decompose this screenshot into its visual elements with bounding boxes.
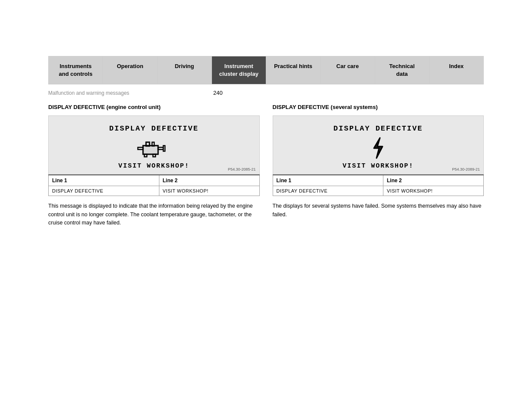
left-data-table: Line 1 Line 2 DISPLAY DEFECTIVE VISIT WO… [48,174,260,196]
left-description: This message is displayed to indicate th… [48,202,260,227]
left-display-line2: VISIT WORKSHOP! [55,162,253,170]
svg-rect-3 [163,146,165,151]
left-table-header-line1: Line 1 [49,175,159,186]
svg-rect-5 [144,154,147,157]
nav-instrument-cluster-display[interactable]: Instrument cluster display [212,56,266,84]
left-table-cell-line1: DISPLAY DEFECTIVE [49,186,159,196]
svg-rect-4 [138,147,143,149]
left-section-title: DISPLAY DEFECTIVE (engine control unit) [48,104,260,110]
right-section-title: DISPLAY DEFECTIVE (several systems) [273,104,484,110]
svg-rect-8 [143,146,158,154]
right-display-line2: VISIT WORKSHOP! [280,162,477,170]
right-table-row: DISPLAY DEFECTIVE VISIT WORKSHOP! [273,186,484,196]
right-table-cell-line1: DISPLAY DEFECTIVE [273,186,383,196]
left-section: DISPLAY DEFECTIVE (engine control unit) … [48,104,260,227]
right-display-line1: DISPLAY DEFECTIVE [280,125,477,133]
svg-rect-6 [153,154,156,157]
right-table-header-line1: Line 1 [273,175,383,186]
right-data-table: Line 1 Line 2 DISPLAY DEFECTIVE VISIT WO… [273,174,484,196]
left-table-cell-line2: VISIT WORKSHOP! [159,186,259,196]
main-content: DISPLAY DEFECTIVE (engine control unit) … [48,104,484,227]
engine-icon [137,136,171,160]
right-display-box: DISPLAY DEFECTIVE VISIT WORKSHOP! P54.30… [273,115,484,174]
right-table-header-line2: Line 2 [383,175,484,186]
page-header: Malfunction and warning messages 240 [48,90,484,96]
nav-instruments-controls[interactable]: Instruments and controls [49,56,103,84]
nav-technical-data[interactable]: Technical data [375,56,429,84]
left-table-header-line2: Line 2 [159,175,259,186]
page-number: 240 [129,90,306,96]
nav-operation[interactable]: Operation [103,56,157,84]
breadcrumb: Malfunction and warning messages [48,90,129,96]
left-display-line1: DISPLAY DEFECTIVE [55,125,253,133]
left-display-box: DISPLAY DEFECTIVE VI [48,115,260,174]
nav-driving[interactable]: Driving [158,56,212,84]
right-photo-ref: P54.30-2089-21 [452,167,480,171]
right-section: DISPLAY DEFECTIVE (several systems) DISP… [273,104,484,227]
svg-rect-1 [146,142,149,146]
left-photo-ref: P54.30-2085-21 [228,167,256,171]
nav-practical-hints[interactable]: Practical hints [266,56,320,84]
nav-car-care[interactable]: Car care [320,56,375,84]
lightning-bolt-icon [370,136,387,160]
navigation-bar: Instruments and controls Operation Drivi… [48,56,484,84]
right-description: The displays for several systems have fa… [273,202,484,219]
nav-index[interactable]: Index [429,56,483,84]
right-table-cell-line2: VISIT WORKSHOP! [383,186,484,196]
svg-rect-2 [158,147,163,149]
left-table-row: DISPLAY DEFECTIVE VISIT WORKSHOP! [49,186,260,196]
